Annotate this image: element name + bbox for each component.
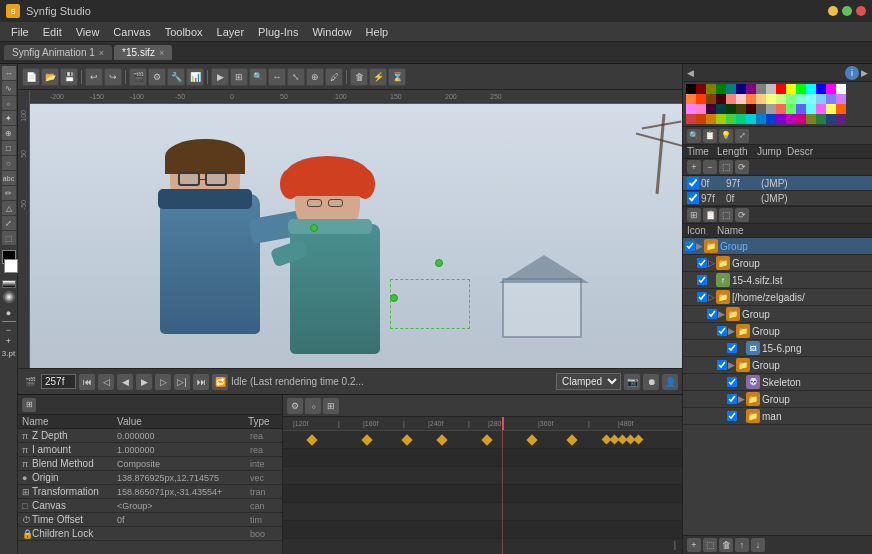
swatch-17[interactable] (696, 94, 706, 104)
tb-11[interactable]: ↔ (268, 68, 286, 86)
tool-11[interactable]: ⤢ (2, 216, 16, 230)
tb-15[interactable]: 🗑 (350, 68, 368, 86)
layer-row-6[interactable]: 🖼 15-6.png (683, 340, 872, 357)
swatch-32[interactable] (686, 104, 696, 114)
swatch-60[interactable] (806, 114, 816, 124)
layer-check-4[interactable] (707, 309, 717, 319)
clamp-select[interactable]: Clamped Repeat Bounce (556, 373, 621, 390)
swatch-0[interactable] (686, 84, 696, 94)
menu-help[interactable]: Help (359, 26, 396, 38)
tb-7[interactable]: 📊 (186, 68, 204, 86)
layer-check-2[interactable] (697, 275, 707, 285)
swatch-43[interactable] (796, 104, 806, 114)
swatch-58[interactable] (786, 114, 796, 124)
swatch-22[interactable] (746, 94, 756, 104)
tool-6[interactable]: □ (2, 141, 16, 155)
color-tool-3[interactable]: 💡 (719, 129, 733, 143)
layer-dn-btn[interactable]: ↓ (751, 538, 765, 552)
tb-17[interactable]: ⌛ (388, 68, 406, 86)
layer-add-btn[interactable]: + (687, 538, 701, 552)
swatch-62[interactable] (826, 114, 836, 124)
tab-sifz-close[interactable]: × (159, 48, 164, 58)
color-tool-4[interactable]: ⤢ (735, 129, 749, 143)
swatch-35[interactable] (716, 104, 726, 114)
swatch-4[interactable] (726, 84, 736, 94)
tb-10[interactable]: 🔍 (249, 68, 267, 86)
nav-prev[interactable]: ◀ (687, 68, 694, 78)
swatch-47[interactable] (836, 104, 846, 114)
swatch-41[interactable] (776, 104, 786, 114)
layer-row-0[interactable]: ▶ 📁 Group (683, 238, 872, 255)
swatch-18[interactable] (706, 94, 716, 104)
layer-row-2[interactable]: f 15-4.sifz.lst (683, 272, 872, 289)
tb-12[interactable]: ⤡ (287, 68, 305, 86)
swatch-5[interactable] (736, 84, 746, 94)
wp-5[interactable]: ⟳ (735, 160, 749, 174)
playback-loop[interactable]: 🔁 (212, 374, 228, 390)
camera-icon[interactable]: 📷 (624, 374, 640, 390)
swatch-13[interactable] (816, 84, 826, 94)
tool-5[interactable]: ⊕ (2, 126, 16, 140)
swatch-19[interactable] (716, 94, 726, 104)
swatch-2[interactable] (706, 84, 716, 94)
tb-9[interactable]: ⊞ (230, 68, 248, 86)
color-tool-2[interactable]: 📋 (703, 129, 717, 143)
layer-nav-4[interactable]: ⟳ (735, 208, 749, 222)
layer-check-5[interactable] (717, 326, 727, 336)
layer-check-9[interactable] (727, 394, 737, 404)
swatch-16[interactable] (686, 94, 696, 104)
keyframe-diamond[interactable] (436, 434, 447, 445)
layer-row-8[interactable]: 💀 Skeleton (683, 374, 872, 391)
swatch-34[interactable] (706, 104, 716, 114)
layer-del-btn[interactable]: 🗑 (719, 538, 733, 552)
layer-check-7[interactable] (717, 360, 727, 370)
layer-check-8[interactable] (727, 377, 737, 387)
waypoint-row-0[interactable]: 0f 97f (JMP) (683, 176, 872, 191)
playback-prev[interactable]: ◀ (117, 374, 133, 390)
menu-plugins[interactable]: Plug-Ins (251, 26, 305, 38)
layer-row-3[interactable]: ▷ 📁 [/home/zelgadis/ (683, 289, 872, 306)
tb-redo[interactable]: ↪ (104, 68, 122, 86)
layer-dup-btn[interactable]: ⬚ (703, 538, 717, 552)
swatch-55[interactable] (756, 114, 766, 124)
swatch-26[interactable] (786, 94, 796, 104)
tl-3[interactable]: ⊞ (323, 398, 339, 414)
swatch-8[interactable] (766, 84, 776, 94)
layer-nav-2[interactable]: 📋 (703, 208, 717, 222)
frame-input[interactable]: 257f (41, 374, 76, 389)
layer-row-4[interactable]: ▶ 📁 Group (683, 306, 872, 323)
playback-prev-key[interactable]: ◁ (98, 374, 114, 390)
tl-key[interactable]: ⬦ (305, 398, 321, 414)
menu-layer[interactable]: Layer (210, 26, 252, 38)
tb-undo[interactable]: ↩ (85, 68, 103, 86)
menu-view[interactable]: View (69, 26, 107, 38)
person-icon[interactable]: 👤 (662, 374, 678, 390)
swatch-15[interactable] (836, 84, 846, 94)
tool-transform[interactable]: ↔ (2, 66, 16, 80)
nav-info[interactable]: i (845, 66, 859, 80)
layer-row-10[interactable]: 📁 man (683, 408, 872, 425)
tool-8[interactable]: abc (2, 171, 16, 185)
layer-row-5[interactable]: ▶ 📁 Group (683, 323, 872, 340)
swatch-45[interactable] (816, 104, 826, 114)
swatch-10[interactable] (786, 84, 796, 94)
swatch-48[interactable] (686, 114, 696, 124)
menu-file[interactable]: File (4, 26, 36, 38)
tool-12[interactable]: ⬚ (2, 231, 16, 245)
tool-3[interactable]: ⬦ (2, 96, 16, 110)
swatch-25[interactable] (776, 94, 786, 104)
tb-16[interactable]: ⚡ (369, 68, 387, 86)
tb-save[interactable]: 💾 (60, 68, 78, 86)
swatch-42[interactable] (786, 104, 796, 114)
playback-next[interactable]: ▷ (155, 374, 171, 390)
params-tool1[interactable]: ⊞ (22, 398, 36, 412)
playback-end[interactable]: ⏭ (193, 374, 209, 390)
waypoint-row-1[interactable]: 97f 0f (JMP) (683, 191, 872, 206)
tb-14[interactable]: 🖊 (325, 68, 343, 86)
wp-remove[interactable]: − (703, 160, 717, 174)
swatch-51[interactable] (716, 114, 726, 124)
swatch-24[interactable] (766, 94, 776, 104)
tb-13[interactable]: ⊕ (306, 68, 324, 86)
nav-next[interactable]: ▶ (861, 68, 868, 78)
swatch-46[interactable] (826, 104, 836, 114)
